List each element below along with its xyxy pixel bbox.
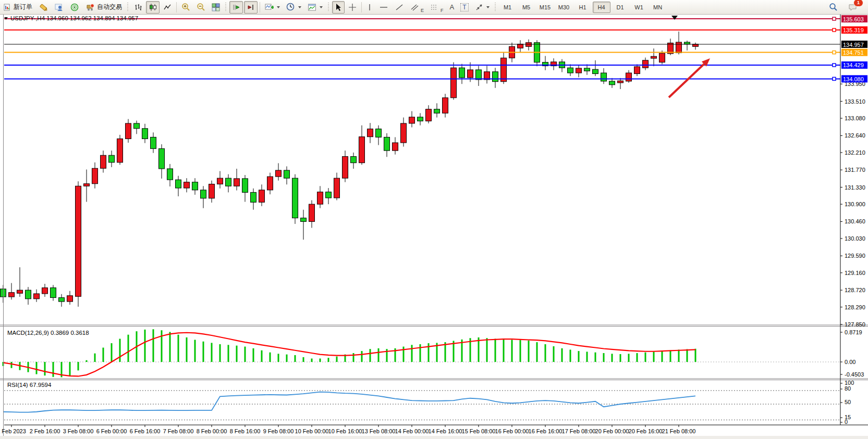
- candle-body: [409, 117, 415, 123]
- candle-body: [576, 68, 582, 73]
- candle-body: [376, 129, 382, 137]
- price-badge-label: 134.429: [843, 62, 864, 68]
- candle-body: [184, 182, 190, 188]
- candle-body: [59, 298, 65, 302]
- hline-anchor[interactable]: [833, 77, 836, 80]
- candle-body: [234, 179, 240, 186]
- rsi-label: RSI(14) 67.9594: [7, 382, 52, 388]
- price-badge-label: 134.751: [843, 49, 864, 56]
- fibonacci-button[interactable]: F: [427, 1, 446, 14]
- timeframe-m1-button[interactable]: M1: [499, 2, 517, 13]
- signals-button[interactable]: [67, 1, 82, 14]
- period-button[interactable]: [284, 1, 304, 14]
- price-tick-label: 133.080: [845, 115, 865, 121]
- notifications-button[interactable]: 1: [846, 1, 860, 14]
- timeframe-h4-button[interactable]: H4: [593, 2, 610, 13]
- hline-anchor[interactable]: [833, 51, 836, 54]
- time-tick-label: 8 Feb 00:00: [197, 428, 227, 434]
- candle-body: [676, 42, 682, 53]
- candle-body: [109, 155, 115, 162]
- timeframe-m5-button[interactable]: M5: [518, 2, 535, 13]
- chart-candles-button[interactable]: [146, 1, 160, 14]
- channel-icon: [410, 4, 419, 11]
- text-icon: A: [450, 3, 455, 11]
- hline-anchor[interactable]: [833, 29, 836, 32]
- cursor-button[interactable]: [332, 1, 345, 14]
- hline-anchor[interactable]: [833, 64, 836, 67]
- chart-canvas[interactable]: USDJPY-,H4 134.960 134.962 134.894 134.9…: [0, 14, 868, 439]
- candle-body: [643, 60, 649, 68]
- crosshair-button[interactable]: [346, 1, 359, 14]
- candle-body: [117, 139, 123, 162]
- chart-line-button[interactable]: [161, 1, 174, 14]
- time-tick-label: 16 Feb 16:00: [529, 428, 563, 434]
- templates-button[interactable]: [305, 1, 325, 14]
- trendline-button[interactable]: [392, 1, 407, 14]
- metaeditor-button[interactable]: [36, 1, 51, 14]
- rsi-axis-label: 0: [845, 419, 848, 425]
- tile-windows-icon: [212, 3, 220, 11]
- new-order-icon: [3, 3, 11, 11]
- main-pane[interactable]: [4, 15, 840, 325]
- timeframe-m15-button[interactable]: M15: [536, 2, 554, 13]
- chart-shift-button[interactable]: [244, 1, 258, 14]
- channel-button[interactable]: E: [408, 1, 426, 14]
- price-badge-label: 135.319: [843, 27, 864, 33]
- candle-body: [126, 123, 131, 139]
- indicators-button[interactable]: [262, 1, 283, 14]
- horizontal-line-button[interactable]: [376, 1, 391, 14]
- time-tick-label: 14 Feb 00:00: [395, 428, 429, 434]
- hline-anchor[interactable]: [833, 17, 836, 20]
- zoom-in-button[interactable]: [179, 1, 193, 14]
- price-tick-label: 133.510: [845, 98, 865, 105]
- time-axis[interactable]: 2 Feb 20232 Feb 16:003 Feb 08:006 Feb 00…: [0, 425, 695, 434]
- price-tick-label: 131.770: [845, 167, 865, 173]
- auto-scroll-button[interactable]: [229, 1, 243, 14]
- text-button[interactable]: A: [447, 1, 457, 14]
- chart-title-group: USDJPY-,H4 134.960 134.962 134.894 134.9…: [4, 15, 138, 21]
- candle-body: [251, 192, 256, 202]
- macd-axis-label: -0.4503: [845, 371, 864, 378]
- macd-pane[interactable]: [4, 327, 840, 379]
- templates-icon: [308, 3, 316, 11]
- chart-bars-button[interactable]: [131, 1, 145, 14]
- price-axis[interactable]: 133.950133.510133.080132.640132.210131.7…: [840, 15, 867, 328]
- search-button[interactable]: [826, 1, 840, 14]
- rsi-pane[interactable]: [4, 380, 840, 425]
- candle-body: [151, 137, 156, 148]
- timeframe-w1-button[interactable]: W1: [630, 2, 648, 13]
- autotrading-label: 自动交易: [97, 3, 122, 11]
- chevron-down-icon: [320, 6, 323, 8]
- arrows-button[interactable]: [472, 1, 492, 14]
- candle-body: [684, 42, 690, 44]
- candle-body: [451, 68, 457, 98]
- candle-body: [568, 68, 573, 73]
- candle-body: [584, 68, 590, 71]
- label-button[interactable]: T: [458, 1, 471, 14]
- candle-body: [317, 192, 323, 204]
- rsi-axis[interactable]: 1008050150: [840, 380, 854, 425]
- candle-body: [368, 129, 373, 137]
- candle-body: [51, 288, 56, 298]
- candle-body: [609, 81, 615, 85]
- autotrading-button[interactable]: 自动交易: [83, 1, 125, 14]
- candle-body: [67, 296, 73, 302]
- candle-body: [443, 98, 448, 114]
- new-order-button[interactable]: 新订单: [1, 1, 35, 14]
- arrows-icon: [475, 3, 483, 11]
- timeframe-d1-button[interactable]: D1: [612, 2, 629, 13]
- indicators-icon: [265, 3, 274, 11]
- candle-body: [426, 109, 432, 121]
- vertical-line-button[interactable]: [364, 1, 375, 14]
- profiles-button[interactable]: [52, 1, 66, 14]
- chart-area[interactable]: USDJPY-,H4 134.960 134.962 134.894 134.9…: [0, 14, 868, 439]
- time-tick-label: 6 Feb 00:00: [96, 428, 127, 434]
- tile-windows-button[interactable]: [209, 1, 223, 14]
- timeframe-mn-button[interactable]: MN: [649, 2, 667, 13]
- rsi-axis-label: 50: [845, 399, 851, 405]
- timeframe-m30-button[interactable]: M30: [555, 2, 573, 13]
- macd-axis[interactable]: 0.87190.00-0.4503: [840, 329, 864, 378]
- timeframe-h1-button[interactable]: H1: [574, 2, 592, 13]
- zoom-out-button[interactable]: [194, 1, 208, 14]
- price-tick-label: 127.850: [845, 321, 865, 328]
